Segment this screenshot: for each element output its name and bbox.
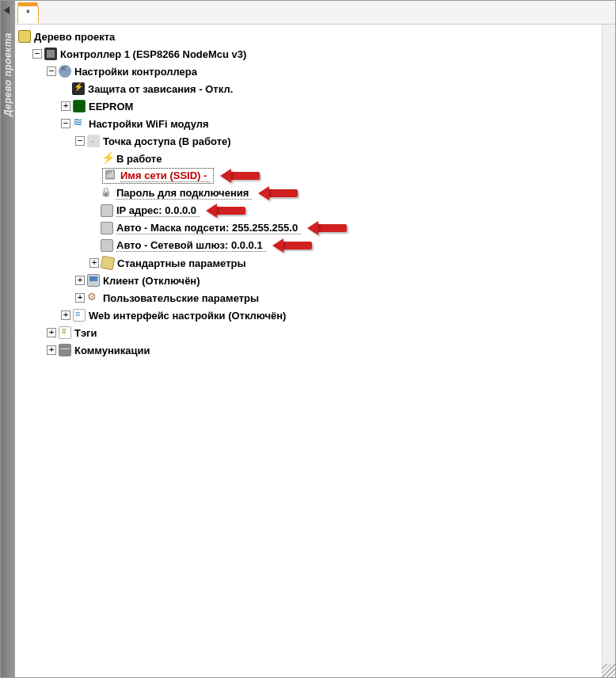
callout-arrow-icon <box>309 221 353 235</box>
keyboard-icon <box>101 239 113 252</box>
node-communications[interactable]: + Коммуникации <box>18 341 610 359</box>
expander[interactable]: + <box>75 276 85 285</box>
node-label: IP адрес: 0.0.0.0 <box>116 204 200 217</box>
callout-arrow-icon <box>207 204 252 218</box>
node-eeprom[interactable]: + EEPROM <box>18 97 610 115</box>
expander[interactable]: − <box>47 67 56 76</box>
tab-unsaved[interactable]: * <box>17 6 39 24</box>
node-wifi-settings[interactable]: − Настройки WiFi модуля <box>18 115 610 132</box>
node-controller-settings[interactable]: − Настройки контроллера <box>18 63 610 80</box>
node-password[interactable]: Пароль для подключения <box>18 185 610 202</box>
node-controller[interactable]: − Контроллер 1 (ESP8266 NodeMcu v3) <box>18 45 610 63</box>
expander[interactable]: − <box>61 119 70 128</box>
tree-root[interactable]: Дерево проекта <box>18 28 610 45</box>
expander[interactable]: − <box>32 49 42 59</box>
controller-icon <box>44 48 57 60</box>
node-label: Коммуникации <box>74 345 150 356</box>
callout-arrow-icon <box>274 238 318 253</box>
lock-icon <box>101 187 113 200</box>
resize-grip-icon[interactable] <box>602 664 615 677</box>
node-label: Web интерфейс настройки (Отключён) <box>89 310 286 322</box>
keyboard-icon <box>101 222 113 234</box>
node-label: Пароль для подключения <box>116 187 252 200</box>
wifi-icon <box>73 117 86 130</box>
node-label: Точка доступа (В работе) <box>103 135 231 147</box>
expander[interactable]: + <box>61 101 70 111</box>
main-panel: * Дерево проекта − Контроллер 1 (ESP8266… <box>15 1 615 677</box>
shield-icon <box>72 82 85 95</box>
node-access-point[interactable]: − Точка доступа (В работе) <box>18 132 610 150</box>
node-ssid[interactable]: Имя сети (SSID) - <box>18 167 610 185</box>
tree-root-label: Дерево проекта <box>34 31 115 43</box>
node-gateway[interactable]: Авто - Сетевой шлюз: 0.0.0.1 <box>18 237 610 254</box>
expander[interactable]: + <box>89 258 99 268</box>
node-label: Авто - Маска подсети: 255.255.255.0 <box>116 222 301 234</box>
chip-icon <box>73 100 86 112</box>
node-user-params[interactable]: + Пользовательские параметры <box>18 289 610 307</box>
tab-bar: * <box>15 1 615 25</box>
node-label: В работе <box>116 153 162 165</box>
node-ip-address[interactable]: IP адрес: 0.0.0.0 <box>18 202 610 219</box>
node-label: EEPROM <box>89 101 133 112</box>
node-subnet-mask[interactable]: Авто - Маска подсети: 255.255.255.0 <box>18 219 610 237</box>
tab-label: * <box>26 8 30 19</box>
access-point-icon <box>87 135 100 147</box>
node-label: Настройки WiFi модуля <box>89 118 209 130</box>
vertical-scrollbar[interactable] <box>602 25 615 677</box>
node-tags[interactable]: + Тэги <box>18 324 610 341</box>
project-tree[interactable]: Дерево проекта − Контроллер 1 (ESP8266 N… <box>15 25 615 677</box>
node-std-params[interactable]: + Стандартные параметры <box>18 254 610 272</box>
expander[interactable]: + <box>47 328 56 337</box>
tree-icon <box>18 30 31 43</box>
node-label: Контроллер 1 (ESP8266 NodeMcu v3) <box>60 48 246 60</box>
node-web-interface[interactable]: + Web интерфейс настройки (Отключён) <box>18 307 610 324</box>
sidebar-rail[interactable]: Дерево проекта <box>1 1 15 677</box>
app-window: Дерево проекта * Дерево проекта − Контро… <box>0 0 616 678</box>
keyboard-icon <box>101 204 113 217</box>
node-label: Настройки контроллера <box>74 66 197 78</box>
node-label: Стандартные параметры <box>117 257 246 269</box>
selected-highlight: Имя сети (SSID) - <box>102 168 214 184</box>
callout-arrow-icon <box>260 186 304 200</box>
node-label: Защита от зависания - Откл. <box>88 83 233 95</box>
comm-icon <box>59 344 71 356</box>
sidebar-title: Дерево проекта <box>2 32 13 116</box>
node-running[interactable]: В работе <box>18 150 610 167</box>
expander[interactable]: + <box>75 293 85 303</box>
node-watchdog[interactable]: Защита от зависания - Откл. <box>18 80 610 97</box>
user-params-icon <box>87 291 100 304</box>
settings-icon <box>59 65 71 78</box>
web-icon <box>73 309 86 322</box>
collapse-arrow-icon[interactable] <box>3 6 13 15</box>
node-label: Имя сети (SSID) - <box>120 170 210 182</box>
node-label: Клиент (Отключён) <box>103 275 200 287</box>
ssid-icon <box>105 170 117 182</box>
tags-icon <box>59 326 71 339</box>
expander[interactable]: + <box>61 310 70 320</box>
running-icon <box>101 152 113 165</box>
node-label: Авто - Сетевой шлюз: 0.0.0.1 <box>116 239 266 252</box>
callout-arrow-icon <box>222 169 266 183</box>
expander[interactable]: + <box>47 345 56 355</box>
node-client[interactable]: + Клиент (Отключён) <box>18 272 610 289</box>
node-label: Тэги <box>74 327 97 339</box>
expander[interactable]: − <box>75 136 85 146</box>
client-icon <box>87 274 100 287</box>
params-icon <box>101 256 116 271</box>
node-label: Пользовательские параметры <box>103 292 259 304</box>
